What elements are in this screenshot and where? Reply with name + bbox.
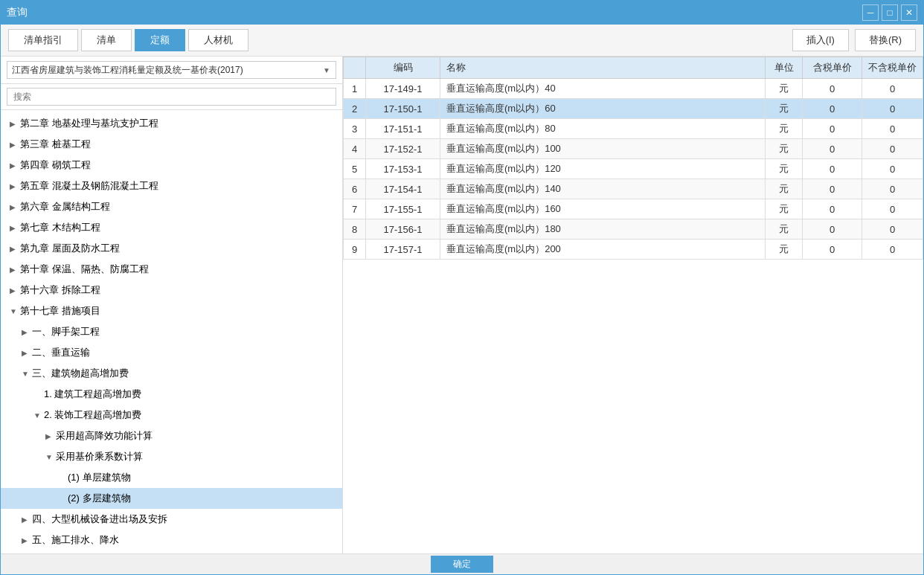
table-row[interactable]: 217-150-1垂直运输高度(m以内）60元00	[344, 99, 923, 119]
table-row[interactable]: 317-151-1垂直运输高度(m以内）80元00	[344, 119, 923, 139]
table-row[interactable]: 417-152-1垂直运输高度(m以内）100元00	[344, 139, 923, 159]
cell-tax-price: 0	[803, 199, 862, 219]
cell-name: 垂直运输高度(m以内）160	[440, 199, 766, 219]
cell-tax-price: 0	[803, 119, 862, 139]
table-row[interactable]: 117-149-1垂直运输高度(m以内）40元00	[344, 79, 923, 99]
tree-arrow-icon: ▼	[33, 411, 44, 420]
tree-item-label: (1) 单层建筑物	[68, 471, 339, 484]
tree-item-label: 第十七章 措施项目	[20, 304, 339, 318]
tree-item[interactable]: ▶第十章 保温、隔热、防腐工程	[1, 259, 342, 280]
cell-code: 17-153-1	[366, 159, 440, 179]
cell-code: 17-151-1	[366, 119, 440, 139]
tree-item[interactable]: ▶二、垂直运输	[1, 342, 342, 363]
tree-item-label: 1. 建筑工程超高增加费	[44, 388, 339, 401]
window-controls: ─ □ ✕	[862, 4, 917, 21]
cell-tax-price: 0	[803, 99, 862, 119]
tree-item[interactable]: ▶第七章 木结构工程	[1, 217, 342, 238]
tree-arrow-icon: ▶	[45, 432, 56, 440]
tab-bar: 清单指引 清单 定额 人材机	[8, 29, 248, 51]
tree-item[interactable]: ▶第九章 屋面及防水工程	[1, 238, 342, 259]
cell-num: 3	[344, 119, 366, 139]
tab-list-guide[interactable]: 清单指引	[8, 29, 78, 51]
tab-list[interactable]: 清单	[81, 29, 132, 51]
tree-item[interactable]: (1) 单层建筑物	[1, 467, 342, 488]
tree-arrow-icon: ▶	[10, 141, 20, 149]
cell-num: 6	[344, 179, 366, 199]
tree-item[interactable]: ▶第二章 地基处理与基坑支护工程	[1, 113, 342, 134]
cell-notax-price: 0	[862, 179, 923, 199]
tree-item[interactable]: ▶采用超高降效功能计算	[1, 425, 342, 446]
cell-notax-price: 0	[862, 79, 923, 99]
cell-notax-price: 0	[862, 240, 923, 260]
cell-notax-price: 0	[862, 139, 923, 159]
cell-notax-price: 0	[862, 219, 923, 240]
tree-item-label: 一、脚手架工程	[32, 325, 339, 338]
dropdown-row: 江西省房屋建筑与装饰工程消耗量定额及统一基价表(2017)	[1, 57, 342, 84]
tree-item[interactable]: ▶一、脚手架工程	[1, 321, 342, 342]
cell-tax-price: 0	[803, 139, 862, 159]
table-row[interactable]: 717-155-1垂直运输高度(m以内）160元00	[344, 199, 923, 219]
tree-item[interactable]: 1. 建筑工程超高增加费	[1, 384, 342, 405]
minimize-button[interactable]: ─	[862, 4, 879, 21]
cell-name: 垂直运输高度(m以内）100	[440, 139, 766, 159]
tree-arrow-icon: ▶	[22, 349, 32, 357]
cell-num: 9	[344, 240, 366, 260]
table-row[interactable]: 817-156-1垂直运输高度(m以内）180元00	[344, 219, 923, 240]
table-row[interactable]: 517-153-1垂直运输高度(m以内）120元00	[344, 159, 923, 179]
maximize-button[interactable]: □	[882, 4, 898, 21]
tree-item[interactable]: ▼采用基价乘系数计算	[1, 446, 342, 467]
tree-item[interactable]: (2) 多层建筑物	[1, 488, 342, 509]
cell-tax-price: 0	[803, 79, 862, 99]
cell-name: 垂直运输高度(m以内）60	[440, 99, 766, 119]
insert-button[interactable]: 插入(I)	[792, 29, 849, 51]
cell-code: 17-156-1	[366, 219, 440, 240]
search-row	[1, 84, 342, 110]
tree-arrow-icon: ▶	[10, 120, 20, 128]
tree-item[interactable]: ▼三、建筑物超高增加费	[1, 363, 342, 384]
replace-button[interactable]: 替换(R)	[855, 29, 916, 51]
cell-code: 17-150-1	[366, 99, 440, 119]
cell-name: 垂直运输高度(m以内）40	[440, 79, 766, 99]
cell-num: 4	[344, 139, 366, 159]
col-header-num	[344, 57, 366, 79]
table-row[interactable]: 917-157-1垂直运输高度(m以内）200元00	[344, 240, 923, 260]
cell-name: 垂直运输高度(m以内）80	[440, 119, 766, 139]
window-title: 查询	[7, 6, 28, 19]
cell-code: 17-152-1	[366, 139, 440, 159]
confirm-button[interactable]: 确定	[431, 556, 493, 573]
left-panel: 江西省房屋建筑与装饰工程消耗量定额及统一基价表(2017) ▶第二章 地基处理与…	[1, 57, 343, 553]
table-body: 117-149-1垂直运输高度(m以内）40元00217-150-1垂直运输高度…	[344, 79, 923, 260]
tree-arrow-icon: ▶	[10, 203, 20, 211]
tree-item[interactable]: ▶第十六章 拆除工程	[1, 280, 342, 301]
action-buttons: 插入(I) 替换(R)	[792, 29, 916, 51]
tree-item[interactable]: ▶第六章 金属结构工程	[1, 196, 342, 217]
close-button[interactable]: ✕	[901, 4, 917, 21]
tree-item[interactable]: ▶第三章 桩基工程	[1, 134, 342, 155]
tab-quota[interactable]: 定额	[135, 29, 185, 51]
table-container: 编码 名称 单位 含税单价 不含税单价 117-149-1垂直运输高度(m以内）…	[343, 57, 923, 553]
tree-item[interactable]: ▶四、大型机械设备进出场及安拆	[1, 509, 342, 530]
tree-arrow-icon: ▶	[10, 161, 20, 170]
tree-area: ▶第二章 地基处理与基坑支护工程▶第三章 桩基工程▶第四章 砌筑工程▶第五章 混…	[1, 110, 342, 553]
tree-item[interactable]: ▼2. 装饰工程超高增加费	[1, 405, 342, 425]
tree-item-label: 2. 装饰工程超高增加费	[44, 408, 339, 422]
tree-item[interactable]: ▼第十七章 措施项目	[1, 301, 342, 321]
quota-dropdown[interactable]: 江西省房屋建筑与装饰工程消耗量定额及统一基价表(2017)	[7, 61, 336, 79]
search-input[interactable]	[7, 88, 336, 106]
tree-arrow-icon: ▼	[45, 453, 56, 461]
cell-tax-price: 0	[803, 159, 862, 179]
tab-labor[interactable]: 人材机	[188, 29, 248, 51]
title-bar: 查询 ─ □ ✕	[1, 1, 923, 25]
tree-item[interactable]: ▶五、施工排水、降水	[1, 530, 342, 550]
cell-num: 2	[344, 99, 366, 119]
data-table: 编码 名称 单位 含税单价 不含税单价 117-149-1垂直运输高度(m以内）…	[343, 57, 923, 260]
tree-item-label: 第三章 桩基工程	[20, 138, 339, 151]
table-row[interactable]: 617-154-1垂直运输高度(m以内）140元00	[344, 179, 923, 199]
tree-item-label: 第二章 地基处理与基坑支护工程	[20, 117, 339, 130]
cell-num: 8	[344, 219, 366, 240]
tree-arrow-icon: ▶	[10, 224, 20, 232]
tree-item[interactable]: ▶第四章 砌筑工程	[1, 155, 342, 176]
tree-arrow-icon: ▶	[22, 515, 32, 524]
tree-item-label: 第十章 保温、隔热、防腐工程	[20, 263, 339, 276]
tree-item[interactable]: ▶第五章 混凝土及钢筋混凝土工程	[1, 176, 342, 196]
